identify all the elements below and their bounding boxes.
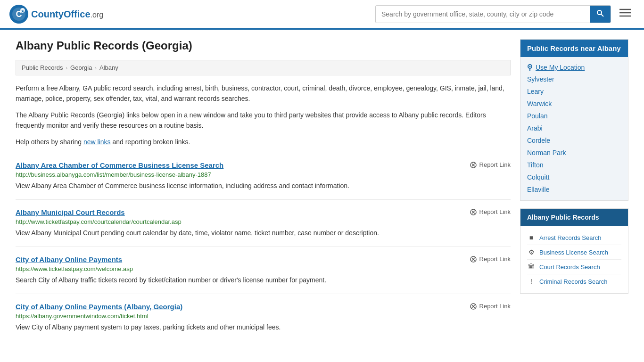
breadcrumb-albany: Albany [99,64,118,71]
record-link-label: Arrest Records Search [539,234,602,241]
nearby-body: Use My Location SylvesterLearyWarwickPou… [520,57,628,200]
nearby-city-link[interactable]: Cordele [527,134,621,147]
result-header: City of Albany Online Payments Report Li… [16,255,511,263]
nearby-city-link[interactable]: Arabi [527,122,621,134]
result-desc: Search City of Albany traffic tickets re… [16,275,511,285]
desc-para3-prefix: Help others by sharing [16,138,83,146]
nearby-section: Public Records near Albany Use My Locati… [520,39,628,201]
svg-point-5 [597,10,602,15]
records-link-item[interactable]: !Criminal Records Search [527,274,621,288]
result-desc: View Albany Area Chamber of Commerce bus… [16,181,511,191]
records-title: Albany Public Records [520,209,628,226]
nearby-city-link[interactable]: Leary [527,85,621,98]
svg-text:★: ★ [21,9,25,13]
nearby-city-link[interactable]: Colquitt [527,171,621,183]
records-link-item[interactable]: ■Arrest Records Search [527,230,621,245]
header: C ★ CountyOffice.org [0,0,644,30]
nearby-city-link[interactable]: Norman Park [527,147,621,159]
logo-text: CountyOffice.org [31,9,103,20]
result-title[interactable]: Albany Area Chamber of Commerce Business… [16,161,223,169]
result-title[interactable]: City of Albany Online Payments (Albany, … [16,303,182,311]
report-link-label: Report Link [479,208,511,215]
result-desc: View City of Albany payment system to pa… [16,322,511,332]
result-url: http://www.ticketfastpay.com/courtcalend… [16,218,511,225]
main-container: Albany Public Records (Georgia) Public R… [6,30,638,351]
use-my-location-button[interactable]: Use My Location [527,62,585,73]
record-icon: ! [527,278,536,285]
result-header: Albany Municipal Court Records Report Li… [16,208,511,216]
breadcrumb-georgia[interactable]: Georgia [70,64,92,71]
breadcrumb: Public Records › Georgia › Albany [16,60,511,75]
record-link-label: Business License Search [539,249,608,256]
search-bar [375,5,611,23]
records-link-item[interactable]: ⚙Business License Search [527,245,621,260]
records-body: ■Arrest Records Search⚙Business License … [520,226,628,293]
header-right [375,5,635,23]
desc-para1: Perform a free Albany, GA public record … [16,83,511,104]
report-link-button[interactable]: Report Link [470,255,511,263]
result-header: Albany Area Chamber of Commerce Business… [16,161,511,169]
result-item: City of Albany Online Payments (Albany, … [16,294,511,341]
report-link-button[interactable]: Report Link [470,161,511,169]
breadcrumb-sep-1: › [66,65,67,71]
result-url: https://albany.governmentwindow.com/tick… [16,313,511,320]
new-links-link[interactable]: new links [83,138,111,146]
record-link-label: Criminal Records Search [539,278,608,285]
results-container: Albany Area Chamber of Commerce Business… [16,153,511,341]
nearby-city-link[interactable]: Tifton [527,159,621,171]
result-item: Albany Area Chamber of Commerce Business… [16,153,511,200]
nearby-city-link[interactable]: Poulan [527,110,621,122]
record-link-label: Court Records Search [539,263,600,271]
use-my-location-label: Use My Location [536,64,585,71]
svg-line-6 [601,14,603,16]
result-desc: View Albany Municipal Court pending cour… [16,228,511,238]
sidebar: Public Records near Albany Use My Locati… [520,39,628,341]
record-icon: ■ [527,234,536,241]
breadcrumb-public-records[interactable]: Public Records [22,64,63,71]
records-links: ■Arrest Records Search⚙Business License … [527,230,621,288]
report-link-label: Report Link [479,161,511,168]
report-link-label: Report Link [479,303,511,310]
desc-para2: The Albany Public Records (Georgia) link… [16,110,511,131]
records-section: Albany Public Records ■Arrest Records Se… [520,208,628,294]
logo-area: C ★ CountyOffice.org [9,5,103,24]
nearby-city-link[interactable]: Sylvester [527,73,621,85]
result-url: https://www.ticketfastpay.com/welcome.as… [16,265,511,272]
nearby-title: Public Records near Albany [520,40,628,57]
result-item: Albany Municipal Court Records Report Li… [16,200,511,247]
report-link-button[interactable]: Report Link [470,303,511,310]
result-url: http://business.albanyga.com/list/member… [16,171,511,178]
record-icon: ⚙ [527,248,536,256]
nearby-cities: SylvesterLearyWarwickPoulanArabiCordeleN… [527,73,621,196]
search-input[interactable] [376,7,590,22]
result-title[interactable]: City of Albany Online Payments [16,255,122,263]
logo-icon: C ★ [9,5,28,24]
result-item: City of Albany Online Payments Report Li… [16,247,511,294]
nearby-city-link[interactable]: Warwick [527,98,621,110]
nearby-city-link[interactable]: Ellaville [527,183,621,196]
desc-para3: Help others by sharing new links and rep… [16,137,511,147]
records-link-item[interactable]: 🏛Court Records Search [527,260,621,274]
report-link-button[interactable]: Report Link [470,208,511,216]
result-title[interactable]: Albany Municipal Court Records [16,208,125,216]
desc-para3-suffix: and reporting broken links. [111,138,190,146]
page-title: Albany Public Records (Georgia) [16,39,511,52]
result-header: City of Albany Online Payments (Albany, … [16,303,511,311]
search-button[interactable] [590,6,611,23]
record-icon: 🏛 [527,263,536,271]
content-area: Albany Public Records (Georgia) Public R… [16,39,511,341]
svg-point-23 [529,66,531,67]
report-link-label: Report Link [479,255,511,263]
breadcrumb-sep-2: › [95,65,97,71]
menu-button[interactable] [616,6,635,22]
